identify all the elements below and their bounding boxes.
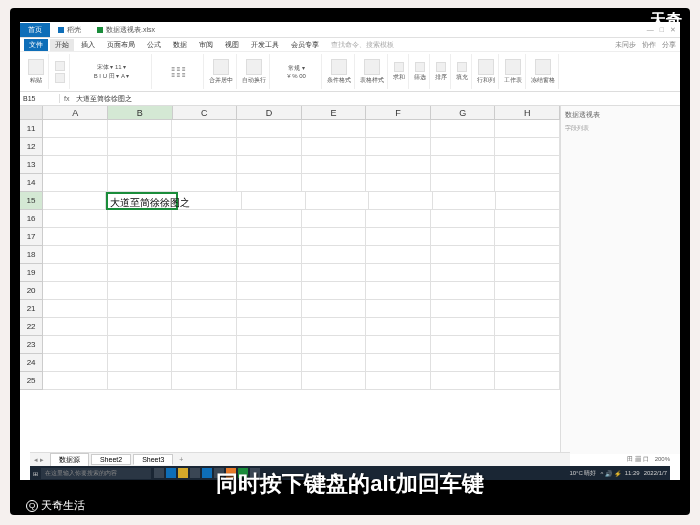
cell-H22[interactable] — [495, 318, 560, 336]
cell-C20[interactable] — [172, 282, 237, 300]
cell-D11[interactable] — [237, 120, 302, 138]
row-20[interactable]: 20 — [20, 282, 43, 300]
cell-A15[interactable] — [43, 192, 107, 210]
cell-G19[interactable] — [431, 264, 496, 282]
cell-E16[interactable] — [302, 210, 367, 228]
select-all-corner[interactable] — [20, 106, 43, 119]
cell-F16[interactable] — [366, 210, 431, 228]
cell-C23[interactable] — [172, 336, 237, 354]
cell-E17[interactable] — [302, 228, 367, 246]
cell-F20[interactable] — [366, 282, 431, 300]
cell-H11[interactable] — [495, 120, 560, 138]
sort-button[interactable] — [436, 62, 446, 72]
cell-A21[interactable] — [43, 300, 108, 318]
freeze-button[interactable] — [535, 59, 551, 75]
menu-vip[interactable]: 会员专享 — [286, 39, 324, 51]
cell-H20[interactable] — [495, 282, 560, 300]
row-13[interactable]: 13 — [20, 156, 43, 174]
cell-E12[interactable] — [302, 138, 367, 156]
docer-tab[interactable]: 稻壳 — [50, 23, 89, 37]
row-18[interactable]: 18 — [20, 246, 43, 264]
cond-format-button[interactable] — [331, 59, 347, 75]
fill-button[interactable] — [457, 62, 467, 72]
cell-H25[interactable] — [495, 372, 560, 390]
cell-C18[interactable] — [172, 246, 237, 264]
row-25[interactable]: 25 — [20, 372, 43, 390]
cell-G16[interactable] — [431, 210, 496, 228]
cell-B20[interactable] — [108, 282, 173, 300]
cell-B12[interactable] — [108, 138, 173, 156]
cell-A18[interactable] — [43, 246, 108, 264]
row-16[interactable]: 16 — [20, 210, 43, 228]
cell-D23[interactable] — [237, 336, 302, 354]
cell-B14[interactable] — [108, 174, 173, 192]
cell-D12[interactable] — [237, 138, 302, 156]
cell-F25[interactable] — [366, 372, 431, 390]
cell-G21[interactable] — [431, 300, 496, 318]
col-D[interactable]: D — [237, 106, 302, 119]
cell-B21[interactable] — [108, 300, 173, 318]
cell-H19[interactable] — [495, 264, 560, 282]
col-C[interactable]: C — [173, 106, 238, 119]
cell-A24[interactable] — [43, 354, 108, 372]
menu-insert[interactable]: 插入 — [76, 39, 100, 51]
cell-D16[interactable] — [237, 210, 302, 228]
wrap-button[interactable] — [246, 59, 262, 75]
cell-H16[interactable] — [495, 210, 560, 228]
cell-C25[interactable] — [172, 372, 237, 390]
row-11[interactable]: 11 — [20, 120, 43, 138]
cell-G17[interactable] — [431, 228, 496, 246]
cell-G18[interactable] — [431, 246, 496, 264]
cell-H12[interactable] — [495, 138, 560, 156]
cell-D20[interactable] — [237, 282, 302, 300]
cell-F15[interactable] — [369, 192, 433, 210]
menu-data[interactable]: 数据 — [168, 39, 192, 51]
cell-H13[interactable] — [495, 156, 560, 174]
formula-input[interactable]: 大道至简徐徐图之 — [73, 93, 680, 105]
cell-G23[interactable] — [431, 336, 496, 354]
menu-review[interactable]: 审阅 — [194, 39, 218, 51]
merge-button[interactable] — [213, 59, 229, 75]
cell-B16[interactable] — [108, 210, 173, 228]
cell-H23[interactable] — [495, 336, 560, 354]
menu-search[interactable]: 查找命令、搜索模板 — [326, 39, 399, 51]
cell-F23[interactable] — [366, 336, 431, 354]
sheet-tab-1[interactable]: 数据源 — [50, 453, 89, 467]
cell-B24[interactable] — [108, 354, 173, 372]
cell-B11[interactable] — [108, 120, 173, 138]
cell-E15[interactable] — [306, 192, 370, 210]
zoom-level[interactable]: 200% — [655, 456, 670, 462]
cell-D19[interactable] — [237, 264, 302, 282]
cell-E13[interactable] — [302, 156, 367, 174]
col-B[interactable]: B — [108, 106, 173, 119]
cell-F19[interactable] — [366, 264, 431, 282]
cell-B17[interactable] — [108, 228, 173, 246]
cut-button[interactable] — [55, 61, 65, 71]
maximize-icon[interactable]: □ — [660, 26, 664, 34]
sheet-button[interactable] — [505, 59, 521, 75]
format-button[interactable] — [478, 59, 494, 75]
spreadsheet-grid[interactable]: A B C D E F G H 1112131415大道至简徐徐图之161718… — [20, 106, 560, 454]
cell-E14[interactable] — [302, 174, 367, 192]
cell-G15[interactable] — [433, 192, 497, 210]
col-G[interactable]: G — [431, 106, 496, 119]
cell-F21[interactable] — [366, 300, 431, 318]
cell-F14[interactable] — [366, 174, 431, 192]
cell-E25[interactable] — [302, 372, 367, 390]
cell-G22[interactable] — [431, 318, 496, 336]
cell-F13[interactable] — [366, 156, 431, 174]
cell-A23[interactable] — [43, 336, 108, 354]
cell-C11[interactable] — [172, 120, 237, 138]
cell-D15[interactable] — [242, 192, 306, 210]
add-sheet-button[interactable]: + — [175, 456, 187, 463]
cell-B18[interactable] — [108, 246, 173, 264]
cell-H14[interactable] — [495, 174, 560, 192]
cell-G12[interactable] — [431, 138, 496, 156]
cell-G24[interactable] — [431, 354, 496, 372]
cell-A12[interactable] — [43, 138, 108, 156]
cell-H18[interactable] — [495, 246, 560, 264]
cell-D18[interactable] — [237, 246, 302, 264]
fx-icon[interactable]: fx — [60, 95, 73, 102]
cell-A22[interactable] — [43, 318, 108, 336]
menu-start[interactable]: 开始 — [50, 39, 74, 51]
